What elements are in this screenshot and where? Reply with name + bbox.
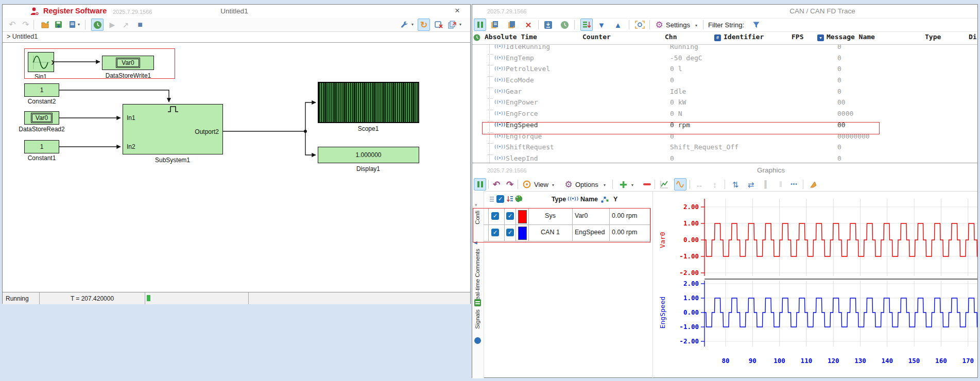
block-constant1[interactable]: 1: [24, 140, 59, 153]
col-y-header[interactable]: Y: [613, 196, 617, 203]
snapshot-camera-button[interactable]: [634, 19, 645, 30]
block-scope1[interactable]: [318, 82, 419, 123]
copy-export-button[interactable]: [446, 19, 458, 30]
select-all-checkbox[interactable]: ✓: [496, 195, 504, 203]
model-canvas[interactable]: ❯ Sin1 Var0 DataStoreWrite1 1 Constant2 …: [3, 43, 470, 292]
stop-button[interactable]: ■: [134, 19, 146, 30]
graphics-redo-button[interactable]: ↷: [504, 179, 515, 190]
col-identifier[interactable]: Identifier: [724, 33, 764, 41]
scroll-to-bottom-button[interactable]: [542, 19, 554, 30]
trace-row-engspeed-highlighted[interactable]: ((•))EngSpeed0 rpm00: [472, 120, 977, 131]
col-counter[interactable]: Counter: [582, 33, 611, 41]
add-signal-button[interactable]: [617, 179, 629, 190]
sort-order-button[interactable]: [580, 19, 593, 31]
split-horizontal-button[interactable]: ⇄: [745, 179, 757, 190]
fit-vertical-button[interactable]: ↕: [709, 179, 720, 190]
trace-row[interactable]: ((•))EngTemp-50 degC0: [472, 53, 977, 64]
remove-signal-button[interactable]: [641, 179, 652, 190]
step-out-button[interactable]: ↗: [120, 19, 131, 30]
color-swatch[interactable]: [518, 210, 527, 223]
redo-button[interactable]: ↷: [20, 19, 31, 30]
clear-clipboard-button[interactable]: [433, 19, 444, 30]
enabled-checkbox[interactable]: ✓: [506, 229, 514, 236]
collapse-panel-icon[interactable]: ▾: [475, 202, 477, 207]
options-dropdown-caret[interactable]: ▾: [602, 180, 607, 191]
tools-dropdown-caret[interactable]: ▾: [410, 19, 415, 30]
close-button[interactable]: ×: [455, 6, 460, 16]
eraser-button[interactable]: [807, 179, 818, 190]
col-type[interactable]: Type: [925, 33, 941, 41]
graphics-undo-button[interactable]: ↶: [491, 179, 502, 190]
block-constant2[interactable]: 1: [24, 83, 59, 97]
wave-chart-mode-button[interactable]: [674, 178, 686, 190]
signal-row-engspeed[interactable]: ✓ ✓ CAN 1 EngSpeed 0.00 rpm: [484, 224, 650, 241]
block-display1[interactable]: 1.000000: [318, 147, 419, 163]
visible-checkbox[interactable]: ✓: [491, 229, 499, 236]
sync-loop-button[interactable]: ↻: [418, 19, 430, 31]
trace-row[interactable]: ((•))EngForce0 N0000: [472, 109, 977, 120]
options-gear-icon[interactable]: ⚙: [563, 179, 574, 190]
dual-cursor-button[interactable]: ‖: [775, 179, 786, 190]
copy-with-comment-button[interactable]: c: [506, 19, 518, 30]
view-dropdown-caret[interactable]: ▾: [551, 180, 556, 191]
trace-row[interactable]: ((•))EngPower0 kW00: [472, 97, 977, 109]
trace-row[interactable]: ((•))GearIdle0: [472, 86, 977, 98]
play-button[interactable]: ▶: [107, 19, 118, 30]
breadcrumb[interactable]: > Untitled1: [7, 33, 38, 40]
color-swatch[interactable]: [518, 227, 527, 240]
settings-dropdown-caret[interactable]: ▾: [694, 20, 699, 31]
cursor-marker-button[interactable]: ▍: [762, 179, 773, 190]
tools-wrench-button[interactable]: [398, 19, 409, 30]
col-name-header[interactable]: Name: [580, 196, 598, 203]
more-options-button[interactable]: •••: [788, 179, 800, 190]
add-signal-caret[interactable]: ▾: [630, 180, 635, 191]
col-dir[interactable]: Di: [969, 33, 977, 41]
tab-realtime-comments[interactable]: Real-time Comments: [474, 249, 480, 304]
trace-row[interactable]: ((•))ShiftRequestShift_Request_Off0: [472, 142, 977, 153]
copy-dropdown-caret[interactable]: ▾: [458, 19, 463, 30]
block-datastorewrite1[interactable]: Var0: [102, 56, 154, 70]
open-file-button[interactable]: [40, 19, 51, 30]
move-down-button[interactable]: ▼: [596, 19, 607, 30]
view-icon[interactable]: [521, 179, 532, 190]
pause-graphics-button[interactable]: [474, 178, 486, 190]
clear-trace-button[interactable]: ✕: [523, 19, 534, 30]
tab-configurations[interactable]: Confi: [474, 211, 480, 224]
filter-funnel-icon[interactable]: [750, 19, 762, 30]
trace-row[interactable]: ((•))EcoMode00: [472, 75, 977, 86]
trace-row[interactable]: ((•))EngTorque000000000: [472, 131, 977, 143]
copy-page-button[interactable]: [489, 19, 500, 30]
fit-horizontal-button[interactable]: ↔: [694, 179, 705, 190]
tab-signals[interactable]: Signals: [474, 309, 480, 329]
col-chn[interactable]: Chn: [665, 33, 677, 41]
signal-plots[interactable]: 2.001.000.00-1.00-2.00Var080901001101201…: [655, 192, 977, 378]
block-datastoreread2[interactable]: Var0: [24, 111, 59, 125]
save-button[interactable]: [53, 19, 64, 30]
block-sin1[interactable]: ❯: [28, 52, 54, 72]
trace-row[interactable]: ((•))SleepInd00: [472, 153, 977, 163]
signal-row-var0[interactable]: ✓ ✓ Sys Var0 0.00 rpm: [484, 208, 650, 224]
undo-button[interactable]: ↶: [7, 19, 18, 30]
export-dropdown-caret[interactable]: ▾: [76, 19, 81, 30]
trace-row[interactable]: ((•))PetrolLevel0 l0: [472, 64, 977, 75]
options-menu[interactable]: Options: [575, 181, 598, 188]
simulation-clock-button[interactable]: [91, 19, 104, 31]
palette-icon[interactable]: [514, 195, 523, 205]
settings-gear-icon[interactable]: ⚙: [654, 19, 665, 30]
visible-checkbox[interactable]: ✓: [491, 212, 499, 220]
collapse-arrow-icon[interactable]: ◂: [474, 238, 477, 246]
settings-menu[interactable]: Settings: [666, 21, 690, 29]
sort-signals-icon[interactable]: [506, 195, 513, 205]
time-mode-button[interactable]: [559, 19, 570, 30]
split-vertical-button[interactable]: ⇅: [730, 179, 741, 190]
move-up-button[interactable]: ▲: [612, 19, 624, 30]
col-message-name[interactable]: Message Name: [827, 33, 875, 41]
col-fps[interactable]: FPS: [792, 33, 803, 41]
enabled-checkbox[interactable]: ✓: [506, 212, 514, 220]
block-subsystem1[interactable]: In1 In2 Outport2: [123, 104, 223, 154]
pause-trace-button[interactable]: [474, 19, 486, 31]
col-absolute-time[interactable]: Absolute Time: [485, 33, 537, 41]
line-chart-mode-button[interactable]: [659, 179, 670, 190]
view-menu[interactable]: View: [534, 181, 548, 188]
trace-row[interactable]: ((•))IdleRunningRunning0: [472, 45, 977, 53]
